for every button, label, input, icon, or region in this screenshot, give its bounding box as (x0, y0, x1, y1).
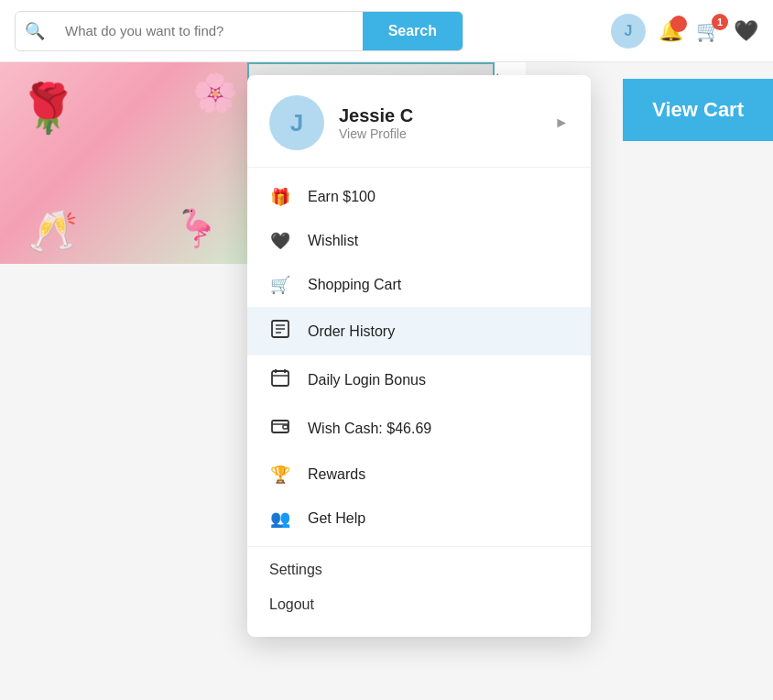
header: 🔍 Search J 🔔 🛒 1 🖤 (0, 0, 773, 62)
wishlist-heart-icon[interactable]: 🖤 (734, 19, 758, 43)
wallet-icon (269, 416, 291, 441)
search-button[interactable]: Search (363, 12, 463, 50)
heart-icon: 🖤 (269, 231, 291, 251)
view-profile-link[interactable]: View Profile (339, 126, 539, 141)
people-icon: 👥 (269, 509, 291, 529)
trophy-icon: 🏆 (269, 465, 291, 485)
header-icons: J 🔔 🛒 1 🖤 (611, 14, 758, 49)
gift-icon: 🎁 (269, 187, 291, 207)
menu-item-orders[interactable]: Order History (247, 307, 591, 355)
avatar[interactable]: J (611, 14, 646, 49)
menu-item-settings[interactable]: Settings (247, 552, 591, 587)
menu-item-earn-label: Earn $100 (308, 189, 376, 205)
shopping-cart-icon: 🛒 (269, 275, 291, 295)
menu-item-orders-label: Order History (308, 323, 395, 340)
menu-item-help-label: Get Help (308, 510, 365, 527)
menu-item-earn[interactable]: 🎁 Earn $100 (247, 175, 591, 219)
menu-item-wishlist-label: Wishlist (308, 233, 358, 249)
menu-item-help[interactable]: 👥 Get Help (247, 497, 591, 541)
cart-icon[interactable]: 🛒 1 (696, 19, 721, 43)
notification-badge (670, 16, 687, 32)
menu-item-cart-label: Shopping Cart (308, 277, 401, 293)
menu-item-wishcash-label: Wish Cash: $46.69 (308, 421, 431, 437)
cart-badge: 1 (712, 14, 728, 30)
flower-decor-2: 🌸 (192, 71, 238, 115)
menu-item-logout[interactable]: Logout (247, 587, 591, 622)
menu-item-daily[interactable]: Daily Login Bonus (247, 355, 591, 404)
calendar-icon (269, 367, 291, 392)
search-bar: 🔍 Search (15, 11, 463, 51)
dropdown-profile: J Jessie C View Profile ► (247, 75, 591, 168)
menu-item-cart[interactable]: 🛒 Shopping Cart (247, 263, 591, 307)
dropdown-menu: J Jessie C View Profile ► 🎁 Earn $100 🖤 … (247, 75, 591, 637)
menu-item-wishlist[interactable]: 🖤 Wishlist (247, 219, 591, 263)
svg-rect-8 (272, 421, 289, 432)
svg-rect-4 (272, 371, 289, 386)
search-input[interactable] (54, 12, 363, 50)
view-cart-button[interactable]: View Cart (623, 79, 773, 141)
notification-icon[interactable]: 🔔 (659, 19, 683, 43)
profile-avatar: J (269, 95, 324, 150)
menu-item-rewards[interactable]: 🏆 Rewards (247, 453, 591, 497)
glass-decor: 🥂 (27, 207, 78, 255)
flower-decor-1: 🌹 (18, 81, 78, 137)
profile-info: Jessie C View Profile (339, 105, 539, 141)
profile-name: Jessie C (339, 105, 539, 126)
menu-item-wishcash[interactable]: Wish Cash: $46.69 (247, 404, 591, 453)
menu-item-rewards-label: Rewards (308, 466, 365, 483)
menu-divider (247, 546, 591, 547)
search-icon: 🔍 (16, 21, 54, 41)
menu-item-daily-label: Daily Login Bonus (308, 372, 426, 388)
product-image-flowers: 🌹 🌸 🥂 🦩 (0, 62, 247, 264)
svg-rect-9 (283, 425, 288, 429)
profile-arrow-icon[interactable]: ► (554, 115, 569, 131)
flamingo-decor: 🦩 (174, 207, 220, 250)
menu-items-list: 🎁 Earn $100 🖤 Wishlist 🛒 Shopping Cart O (247, 168, 591, 629)
orders-icon (269, 319, 291, 344)
